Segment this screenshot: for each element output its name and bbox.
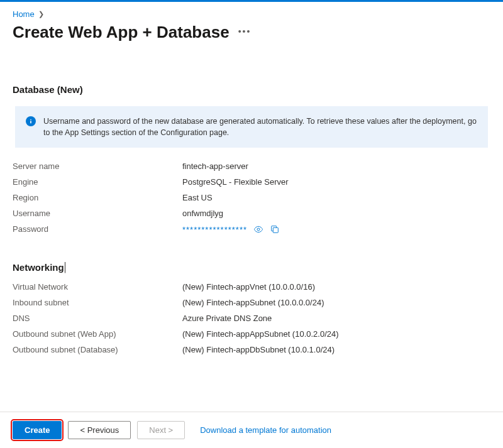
label-outbound-database: Outbound subnet (Database) <box>13 345 182 354</box>
label-server-name: Server name <box>13 161 182 171</box>
value-vnet: (New) Fintech-appVnet (10.0.0.0/16) <box>182 282 315 292</box>
reveal-password-button[interactable] <box>253 224 263 234</box>
label-engine: Engine <box>13 177 182 187</box>
chevron-right-icon: ❯ <box>38 10 44 18</box>
next-button: Next > <box>137 421 185 439</box>
section-title-database: Database (New) <box>13 84 490 95</box>
create-button[interactable]: Create <box>13 421 62 439</box>
value-engine: PostgreSQL - Flexible Server <box>182 177 289 187</box>
label-vnet: Virtual Network <box>13 282 182 292</box>
label-password: Password <box>13 224 182 234</box>
label-username: Username <box>13 209 182 218</box>
label-dns: DNS <box>13 314 182 323</box>
info-banner-text: Username and password of the new databas… <box>43 116 477 138</box>
svg-point-0 <box>30 119 31 121</box>
download-template-link[interactable]: Download a template for automation <box>200 425 331 435</box>
value-dns: Azure Private DNS Zone <box>182 314 272 323</box>
section-title-networking: Networking <box>13 262 65 273</box>
label-outbound-webapp: Outbound subnet (Web App) <box>13 329 182 339</box>
value-password-masked: ***************** <box>182 225 247 234</box>
value-outbound-database: (New) Fintech-appDbSubnet (10.0.1.0/24) <box>182 345 334 354</box>
footer-action-bar: Create < Previous Next > Download a temp… <box>0 412 503 448</box>
info-banner: Username and password of the new databas… <box>15 106 488 148</box>
breadcrumb: Home ❯ <box>13 9 490 19</box>
value-server-name: fintech-app-server <box>182 161 248 171</box>
page-title: Create Web App + Database <box>13 23 229 42</box>
value-region: East US <box>182 193 213 202</box>
value-outbound-webapp: (New) Fintech-appAppSubnet (10.0.2.0/24) <box>182 329 339 339</box>
value-username: onfwmdjlyg <box>182 209 223 218</box>
more-actions-button[interactable]: ••• <box>238 26 252 39</box>
value-inbound-subnet: (New) Fintech-appSubnet (10.0.0.0/24) <box>182 298 324 307</box>
label-inbound-subnet: Inbound subnet <box>13 298 182 307</box>
copy-password-button[interactable] <box>270 224 280 234</box>
previous-button[interactable]: < Previous <box>68 421 131 439</box>
svg-rect-3 <box>273 228 278 233</box>
info-icon <box>26 116 36 126</box>
svg-point-2 <box>257 228 260 231</box>
svg-rect-1 <box>30 121 31 123</box>
label-region: Region <box>13 193 182 202</box>
breadcrumb-home[interactable]: Home <box>13 9 35 19</box>
